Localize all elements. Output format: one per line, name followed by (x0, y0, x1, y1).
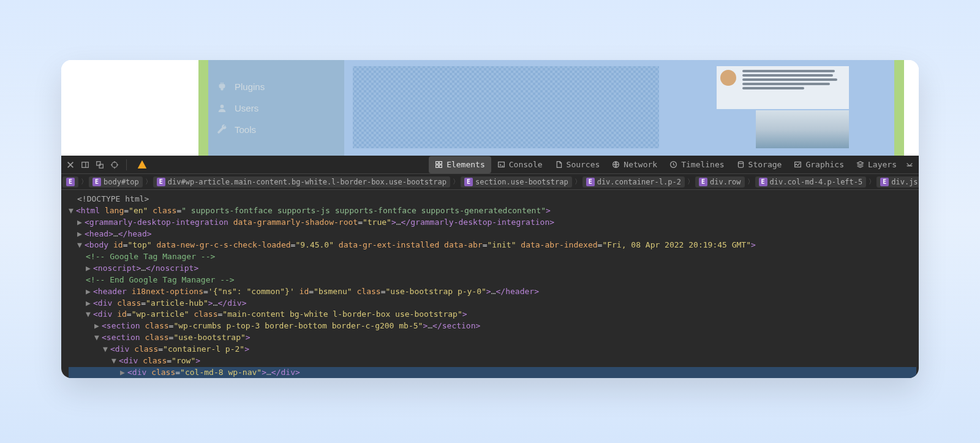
element-badge: E (880, 178, 889, 186)
svg-rect-13 (439, 165, 442, 167)
warning-icon[interactable] (135, 158, 149, 172)
dom-tree[interactable]: <!DOCTYPE html> ▼<html lang="en" class="… (61, 190, 919, 378)
svg-rect-10 (436, 162, 439, 164)
article-image-preview (756, 110, 849, 148)
element-badge: E (92, 178, 101, 186)
sidebar-label: Plugins (235, 81, 265, 92)
element-badge: E (66, 178, 75, 186)
breadcrumb-item[interactable]: Ediv.container-l.p-2 (582, 176, 685, 187)
article-card (717, 66, 849, 109)
breadcrumb-item[interactable]: Ediv#wp-article.main-content.bg-white.l-… (153, 176, 450, 187)
plug-icon (217, 81, 227, 92)
tab-console[interactable]: Console (491, 156, 549, 173)
tab-graphics[interactable]: Graphics (788, 156, 850, 173)
dom-breadcrumb: E〉 Ebody#top〉 Ediv#wp-article.main-conte… (61, 174, 919, 190)
overflow-icon[interactable] (903, 158, 916, 172)
close-icon[interactable] (64, 158, 77, 172)
element-badge: E (464, 178, 473, 186)
breadcrumb-item[interactable]: Esection.use-bootstrap (461, 176, 572, 187)
breadcrumb-item[interactable]: Ediv.col-md-4.p-left-5 (755, 176, 867, 187)
breadcrumb-item[interactable]: Ediv.js-article-nav-init.wp-article-nav (876, 176, 919, 187)
svg-rect-14 (498, 162, 504, 167)
svg-rect-1 (82, 162, 89, 167)
svg-rect-11 (439, 162, 442, 164)
breadcrumb-label: section.use-bootstrap (475, 178, 568, 186)
highlight-margin-left (198, 60, 208, 156)
avatar (720, 70, 736, 86)
article-text-preview (742, 70, 845, 105)
svg-point-5 (112, 162, 118, 167)
sidebar-item-tools[interactable]: Tools (217, 124, 344, 135)
tab-label: Elements (447, 160, 485, 169)
wrench-icon (217, 124, 227, 135)
tab-label: Network (624, 160, 657, 169)
tab-sources[interactable]: Sources (549, 156, 606, 173)
user-icon (217, 103, 227, 113)
page-main-column (344, 60, 894, 156)
sidebar-item-plugins[interactable]: Plugins (217, 81, 344, 92)
breadcrumb-label: div.js-article-nav-init.wp-article-nav (891, 178, 919, 186)
breadcrumb-item[interactable]: E (62, 176, 78, 187)
tab-label: Console (509, 160, 543, 169)
element-badge: E (586, 178, 595, 186)
breadcrumb-item[interactable]: Ediv.row (695, 176, 745, 187)
page-preview: Plugins Users Tools (61, 60, 919, 156)
tab-elements[interactable]: Elements (429, 156, 491, 173)
target-icon[interactable] (108, 158, 121, 172)
screenshot-container: Plugins Users Tools (61, 60, 919, 378)
svg-rect-4 (99, 164, 103, 168)
tab-layers[interactable]: Layers (850, 156, 903, 173)
svg-rect-12 (436, 165, 439, 167)
breadcrumb-label: div.container-l.p-2 (597, 178, 681, 186)
highlighted-element-overlay (353, 66, 659, 148)
divider (126, 159, 127, 170)
breadcrumb-label: div.row (710, 178, 741, 186)
element-badge: E (699, 178, 707, 186)
breadcrumb-label: div.col-md-4.p-left-5 (770, 178, 863, 186)
tab-storage[interactable]: Storage (731, 156, 788, 173)
tab-label: Layers (868, 160, 897, 169)
highlight-margin-right (894, 60, 904, 156)
breadcrumb-label: body#top (104, 178, 139, 186)
dock-layout-icon[interactable] (93, 158, 107, 172)
tab-label: Sources (567, 160, 600, 169)
devtools-toolbar: Elements Console Sources Network Timelin… (61, 156, 919, 174)
dock-side-icon[interactable] (78, 158, 92, 172)
tab-network[interactable]: Network (606, 156, 663, 173)
wp-admin-sidebar: Plugins Users Tools (208, 60, 344, 156)
tab-timelines[interactable]: Timelines (663, 156, 730, 173)
breadcrumb-label: div#wp-article.main-content.bg-white.l-b… (168, 178, 447, 186)
devtools-tabs: Elements Console Sources Network Timelin… (429, 156, 916, 173)
devtools-panel: Elements Console Sources Network Timelin… (61, 156, 919, 378)
sidebar-item-users[interactable]: Users (217, 103, 344, 113)
dom-doctype: <!DOCTYPE html> (77, 194, 149, 203)
sidebar-label: Tools (235, 124, 256, 135)
element-badge: E (157, 178, 165, 186)
element-badge: E (759, 178, 767, 186)
tab-label: Storage (748, 160, 782, 169)
svg-point-17 (738, 162, 743, 164)
breadcrumb-item[interactable]: Ebody#top (89, 176, 143, 187)
tab-label: Graphics (805, 160, 844, 169)
svg-rect-3 (97, 161, 100, 165)
sidebar-label: Users (235, 103, 258, 113)
tab-label: Timelines (681, 160, 724, 169)
svg-point-0 (221, 104, 224, 108)
